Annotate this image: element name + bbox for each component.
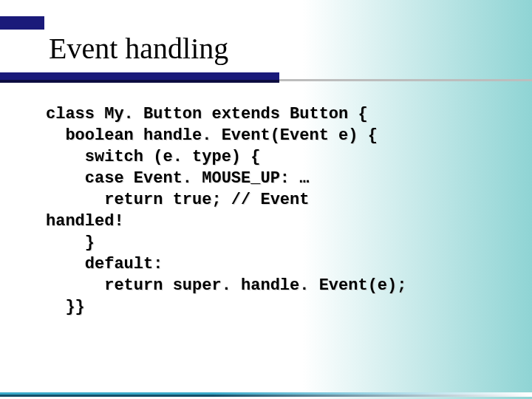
code-block: class My. Button extends Button { boolea… — [46, 103, 511, 318]
underline-left — [0, 72, 279, 80]
header-accent-bar — [0, 16, 44, 30]
underline-right — [279, 79, 532, 81]
code-line: return true; // Event — [46, 191, 309, 209]
code-line: case Event. MOUSE_UP: … — [46, 169, 309, 188]
header-underline — [0, 72, 532, 86]
footer-divider-bottom — [0, 395, 532, 397]
code-line: switch (e. type) { — [46, 148, 260, 166]
slide-title: Event handling — [49, 31, 228, 66]
code-line: class My. Button extends Button { — [46, 105, 368, 123]
code-line: handled! — [46, 212, 124, 231]
underline-left-shadow — [0, 80, 279, 83]
slide-body: class My. Button extends Button { boolea… — [46, 103, 511, 318]
code-line: } — [46, 233, 95, 252]
code-line: return super. handle. Event(e); — [46, 276, 406, 295]
code-line: }} — [46, 298, 85, 316]
code-line: boolean handle. Event(Event e) { — [46, 126, 378, 145]
code-line: default: — [46, 255, 163, 273]
